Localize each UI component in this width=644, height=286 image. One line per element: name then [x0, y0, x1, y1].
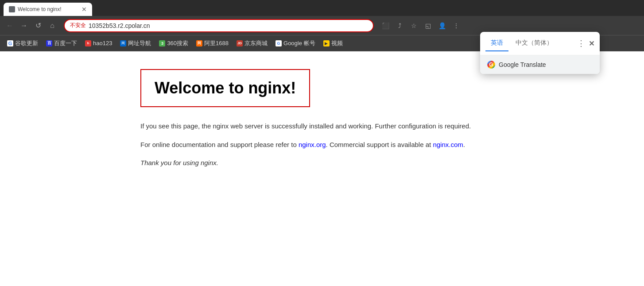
bookmark-ali[interactable]: 阿 阿里1688 — [193, 38, 232, 49]
bookmark-label-google-account: Google 帐号 — [283, 39, 315, 47]
nginx-org-link[interactable]: nginx.org — [299, 141, 326, 148]
nginx-paragraph-2: For online documentation and support ple… — [140, 139, 504, 151]
nginx-title-box: Welcome to nginx! — [140, 69, 310, 107]
security-warning: 不安全 — [70, 22, 86, 29]
cast-button[interactable]: ⬛ — [379, 19, 392, 32]
nginx-welcome-container: Welcome to nginx! If you see this page, … — [123, 69, 521, 169]
bookmark-favicon-video: ▶ — [323, 40, 330, 46]
nginx-body: If you see this page, the nginx web serv… — [140, 120, 504, 169]
nginx-paragraph-1: If you see this page, the nginx web serv… — [140, 120, 504, 132]
profile-button[interactable]: 👤 — [436, 19, 448, 32]
bookmark-label-ali: 阿里1688 — [204, 39, 229, 47]
bookmark-label-google: 谷歌更新 — [15, 39, 38, 47]
bookmark-favicon-baidu: 百 — [46, 40, 52, 46]
nginx-p2-middle: . Commercial support is available at — [326, 141, 433, 148]
translate-body: G Google Translate — [480, 55, 600, 74]
google-translate-popup: 英语 中文（简体） ⋮ ✕ G Google Translate — [480, 32, 600, 74]
translate-header: 英语 中文（简体） ⋮ ✕ — [480, 32, 600, 55]
bookmark-jd[interactable]: JD 京东商城 — [233, 38, 271, 49]
bookmark-favicon-google: G — [7, 40, 13, 46]
bookmark-button[interactable]: ☆ — [407, 19, 420, 32]
share-button[interactable]: ⤴ — [393, 19, 406, 32]
bookmark-label-hao123: hao123 — [93, 40, 112, 46]
bookmark-favicon-hao123: h — [85, 40, 91, 46]
bookmark-google-account[interactable]: G Google 帐号 — [272, 38, 319, 49]
translate-tab-chinese[interactable]: 中文（简体） — [510, 35, 558, 51]
bookmark-wangzhi[interactable]: 网 网址导航 — [116, 38, 155, 49]
bookmark-favicon-360: 3 — [159, 40, 165, 46]
nginx-thanks: Thank you for using nginx. — [140, 157, 504, 169]
forward-button[interactable]: → — [18, 19, 30, 32]
reload-button[interactable]: ↺ — [32, 19, 44, 32]
back-button[interactable]: ← — [4, 19, 16, 32]
page-content: Welcome to nginx! If you see this page, … — [0, 51, 644, 273]
translate-close-button[interactable]: ✕ — [589, 39, 594, 48]
bookmark-label-jd: 京东商城 — [244, 39, 268, 47]
bookmark-label-wangzhi: 网址导航 — [128, 39, 151, 47]
bookmark-favicon-wangzhi: 网 — [120, 40, 126, 46]
address-bar[interactable]: 不安全 10352b53.r2.cpolar.cn — [64, 19, 374, 32]
bookmark-hao123[interactable]: h hao123 — [81, 38, 116, 48]
nginx-title: Welcome to nginx! — [155, 79, 296, 97]
tab-favicon — [9, 6, 15, 12]
google-translate-label: Google Translate — [499, 61, 546, 68]
browser-tab[interactable]: Welcome to nginx! ✕ — [4, 3, 92, 16]
bookmark-label-baidu: 百度一下 — [54, 39, 77, 47]
url-text: 10352b53.r2.cpolar.cn — [89, 22, 368, 29]
translate-more-button[interactable]: ⋮ — [577, 39, 585, 47]
bookmark-google[interactable]: G 谷歌更新 — [4, 38, 42, 49]
bookmark-label-video: 视频 — [331, 39, 343, 47]
nginx-com-link[interactable]: nginx.com — [433, 141, 463, 148]
bookmark-label-360: 360搜索 — [167, 39, 188, 47]
bookmark-favicon-ali: 阿 — [196, 40, 202, 46]
nginx-p2-prefix: For online documentation and support ple… — [140, 141, 299, 148]
nav-action-buttons: ⬛ ⤴ ☆ ◱ 👤 ⋮ — [379, 19, 462, 32]
bookmark-360[interactable]: 3 360搜索 — [155, 38, 192, 49]
tab-title: Welcome to nginx! — [18, 6, 79, 12]
bookmark-baidu[interactable]: 百 百度一下 — [43, 38, 81, 49]
translate-header-actions: ⋮ ✕ — [577, 39, 594, 48]
menu-button[interactable]: ⋮ — [450, 19, 462, 32]
bookmark-favicon-jd: JD — [237, 40, 243, 46]
google-logo-icon: G — [487, 61, 495, 69]
bookmark-video[interactable]: ▶ 视频 — [320, 38, 346, 49]
tab-list-button[interactable]: ◱ — [422, 19, 434, 32]
nginx-p2-suffix: . — [463, 141, 465, 148]
tab-bar: Welcome to nginx! ✕ — [0, 0, 644, 16]
bookmark-favicon-google-account: G — [275, 40, 282, 46]
tab-close-button[interactable]: ✕ — [81, 6, 87, 13]
translate-tab-english[interactable]: 英语 — [485, 35, 508, 51]
home-button[interactable]: ⌂ — [46, 19, 58, 32]
translate-google-translate-option[interactable]: G Google Translate — [487, 61, 593, 69]
